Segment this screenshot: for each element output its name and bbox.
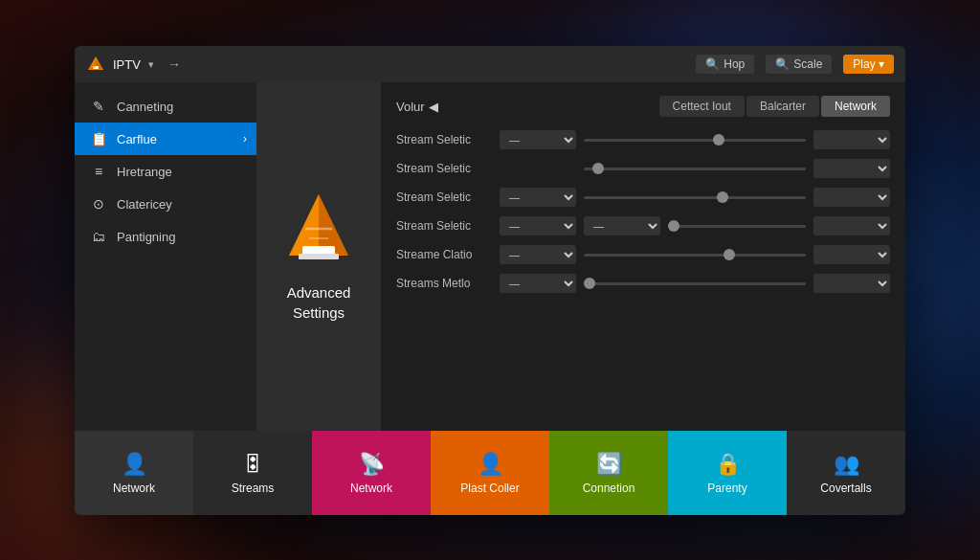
stream-row: Streams Metlo — bbox=[396, 274, 890, 293]
bottom-tab-parenty[interactable]: 🔒 Parenty bbox=[668, 431, 787, 515]
bottom-tab-network-gray[interactable]: 👤 Network bbox=[75, 431, 193, 515]
connection-icon: 🔄 bbox=[596, 452, 622, 477]
play-button[interactable]: Play ▾ bbox=[843, 55, 894, 74]
bottom-tab-network-pink[interactable]: 📡 Network bbox=[312, 431, 431, 515]
slider-1[interactable] bbox=[584, 160, 806, 177]
sidebar-item-carflue[interactable]: 📋 Carflue › bbox=[75, 123, 256, 155]
main-window: IPTV ▾ → 🔍 Hop 🔍 Scale Play ▾ ✎ Cannetin… bbox=[75, 46, 905, 515]
stream-label: Streame Clatio bbox=[396, 248, 492, 261]
chart-icon: ≡ bbox=[90, 164, 107, 179]
bottom-bar: 👤 Network 🎛 Streams 📡 Network 👤 Plast Co… bbox=[75, 431, 905, 515]
vlc-logo-icon bbox=[86, 55, 105, 74]
bottom-tab-plast-coller[interactable]: 👤 Plast Coller bbox=[431, 431, 549, 515]
stream-select-end-1[interactable] bbox=[813, 159, 890, 178]
titlebar-forward-icon[interactable]: → bbox=[167, 56, 181, 72]
user-icon: 👤 bbox=[122, 452, 147, 477]
stream-select-4[interactable]: — bbox=[500, 245, 576, 264]
stream-select-3[interactable]: — bbox=[500, 216, 576, 235]
stream-select-2[interactable]: — bbox=[500, 188, 576, 207]
stream-select-3b[interactable]: — bbox=[584, 216, 660, 235]
chevron-right-icon: › bbox=[243, 132, 247, 146]
covertalls-icon: 👥 bbox=[834, 452, 859, 477]
right-panel-header: Volur ◀ Cettect Iout Balcarter Network bbox=[396, 96, 890, 117]
slider-4[interactable] bbox=[584, 246, 806, 263]
file-icon: 📋 bbox=[90, 131, 107, 146]
volume-arrow-icon: ◀ bbox=[429, 100, 438, 114]
parenty-icon: 🔒 bbox=[715, 452, 741, 477]
tab-group: Cettect Iout Balcarter Network bbox=[659, 96, 890, 117]
stream-row: Stream Seletic — bbox=[396, 130, 890, 149]
advanced-settings-label: Advanced Settings bbox=[287, 282, 351, 323]
folder-icon: 🗂 bbox=[90, 229, 107, 244]
titlebar-right: 🔍 Hop 🔍 Scale Play ▾ bbox=[696, 55, 894, 74]
search-icon: 🔍 bbox=[705, 57, 720, 71]
bottom-tab-connetion[interactable]: 🔄 Connetion bbox=[549, 431, 668, 515]
stream-row: Stream Seletic — — bbox=[396, 216, 890, 235]
stream-label: Stream Seletic bbox=[396, 162, 492, 175]
vlc-cone-icon bbox=[285, 190, 352, 267]
sidebar-item-hretrange[interactable]: ≡ Hretrange bbox=[75, 155, 256, 188]
tab-cettect-iout[interactable]: Cettect Iout bbox=[659, 96, 745, 117]
titlebar-left: IPTV ▾ → bbox=[86, 55, 696, 74]
scale-button[interactable]: 🔍 Scale bbox=[766, 55, 832, 74]
stream-select-end-3[interactable] bbox=[813, 216, 890, 235]
stream-select-end-2[interactable] bbox=[813, 188, 890, 207]
sidebar: ✎ Canneting 📋 Carflue › ≡ Hretrange ⊙ Cl… bbox=[75, 82, 256, 431]
titlebar: IPTV ▾ → 🔍 Hop 🔍 Scale Play ▾ bbox=[75, 46, 905, 82]
sidebar-item-pantigning[interactable]: 🗂 Pantigning bbox=[75, 220, 256, 253]
stream-select-5[interactable]: — bbox=[500, 274, 576, 293]
center-panel: Advanced Settings bbox=[256, 82, 381, 431]
stream-label: Streams Metlo bbox=[396, 277, 492, 290]
slider-5[interactable] bbox=[584, 275, 806, 292]
stream-select-end-5[interactable] bbox=[813, 274, 890, 293]
bottom-tab-covertalls[interactable]: 👥 Covertalls bbox=[787, 431, 905, 515]
volume-label: Volur ◀ bbox=[396, 100, 438, 114]
content-area: ✎ Canneting 📋 Carflue › ≡ Hretrange ⊙ Cl… bbox=[75, 82, 905, 431]
tab-balcarter[interactable]: Balcarter bbox=[746, 96, 819, 117]
stream-row: Stream Seletic — bbox=[396, 188, 890, 207]
titlebar-title: IPTV bbox=[113, 57, 141, 72]
plast-icon: 👤 bbox=[478, 452, 503, 477]
stream-select-end-0[interactable] bbox=[813, 130, 890, 149]
titlebar-dropdown-icon[interactable]: ▾ bbox=[148, 58, 154, 71]
streams-icon: 🎛 bbox=[242, 452, 263, 477]
stream-row: Streame Clatio — bbox=[396, 245, 890, 264]
slider-2[interactable] bbox=[584, 189, 806, 206]
search2-icon: 🔍 bbox=[775, 57, 790, 71]
network-icon: 📡 bbox=[359, 452, 385, 477]
circle-icon: ⊙ bbox=[90, 196, 107, 212]
stream-label: Stream Seletic bbox=[396, 219, 492, 233]
stream-select-0[interactable]: — bbox=[500, 130, 576, 149]
stream-select-end-4[interactable] bbox=[813, 245, 890, 264]
sidebar-item-clatericey[interactable]: ⊙ Clatericey bbox=[75, 188, 256, 220]
tab-network[interactable]: Network bbox=[821, 96, 890, 117]
slider-0[interactable] bbox=[584, 131, 806, 148]
stream-row: Stream Seletic bbox=[396, 159, 890, 178]
stream-label: Stream Seletic bbox=[396, 133, 492, 146]
edit-icon: ✎ bbox=[90, 99, 107, 114]
hop-button[interactable]: 🔍 Hop bbox=[696, 55, 754, 74]
sidebar-item-canneting[interactable]: ✎ Canneting bbox=[75, 90, 256, 123]
right-panel: Volur ◀ Cettect Iout Balcarter Network S… bbox=[381, 82, 905, 431]
slider-3[interactable] bbox=[668, 217, 806, 235]
bottom-tab-streams[interactable]: 🎛 Streams bbox=[193, 431, 312, 515]
stream-label: Stream Seletic bbox=[396, 190, 492, 204]
svg-rect-8 bbox=[299, 254, 339, 259]
